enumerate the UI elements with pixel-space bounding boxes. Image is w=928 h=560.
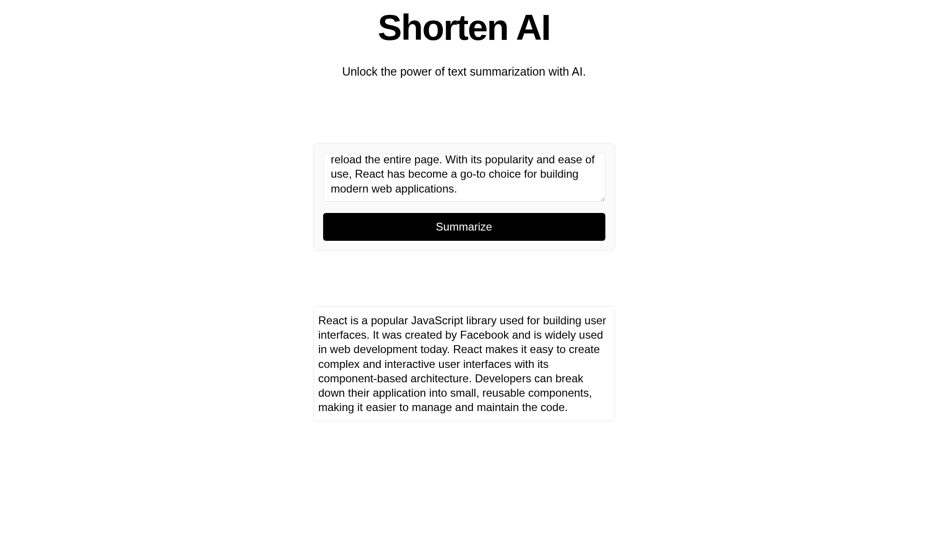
text-input[interactable] [323, 153, 605, 202]
main-content: Summarize React is a popular JavaScript … [313, 143, 615, 421]
page-subtitle: Unlock the power of text summarization w… [0, 65, 928, 78]
output-card: React is a popular JavaScript library us… [313, 306, 615, 421]
summarize-button[interactable]: Summarize [323, 213, 605, 241]
output-text: React is a popular JavaScript library us… [318, 313, 610, 414]
header: Shorten AI Unlock the power of text summ… [0, 9, 928, 78]
app-container: Shorten AI Unlock the power of text summ… [0, 0, 928, 421]
input-card: Summarize [313, 143, 615, 251]
page-title: Shorten AI [0, 9, 928, 45]
